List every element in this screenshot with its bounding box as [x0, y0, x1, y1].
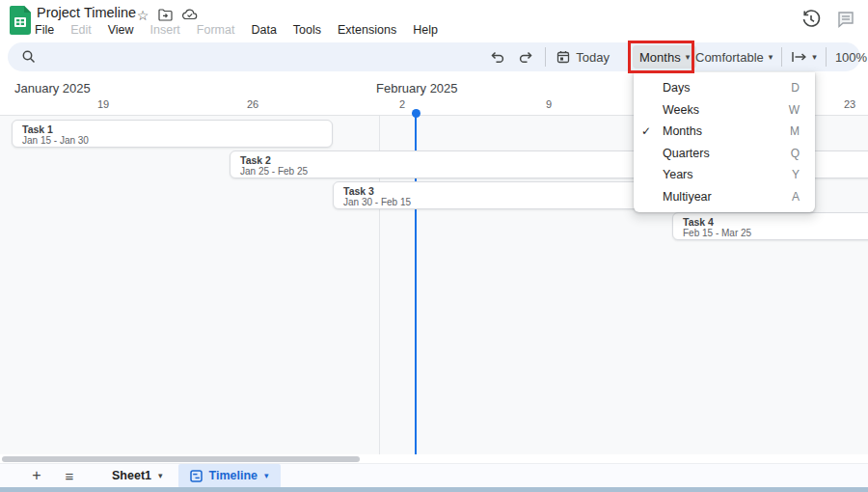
today-button[interactable]: Today	[556, 50, 610, 65]
version-history-icon[interactable]	[800, 9, 822, 30]
menu-item-weeks[interactable]: WeeksW	[634, 99, 815, 122]
menubar-file[interactable]: File	[35, 23, 54, 37]
menu-item-quarters[interactable]: QuartersQ	[634, 143, 815, 165]
week-tick-label: 23	[844, 98, 855, 110]
add-sheet-button[interactable]: +	[27, 467, 46, 484]
today-marker-dot	[412, 109, 420, 118]
chevron-down-icon: ▾	[158, 472, 163, 480]
comments-icon[interactable]	[835, 9, 856, 30]
menu-item-label: Days	[663, 81, 791, 95]
month-label: January 2025	[14, 81, 91, 96]
today-button-label: Today	[576, 50, 610, 65]
month-label: February 2025	[376, 81, 458, 96]
task-title: Task 3	[343, 185, 668, 197]
sheet-tab-label: Sheet1	[112, 469, 151, 482]
toolbar-view-group: Comfortable ▾ ▾ 100% ▾	[695, 42, 868, 71]
week-tick-label: 26	[247, 98, 258, 110]
granularity-dropdown-button[interactable]: Months ▾	[633, 45, 696, 68]
menubar-data[interactable]: Data	[251, 23, 276, 37]
menu-item-days[interactable]: DaysD	[634, 77, 815, 99]
toolbar-divider	[781, 47, 782, 67]
menu-item-shortcut: A	[792, 190, 800, 204]
zoom-level-label: 100%	[835, 50, 867, 65]
top-bar: Project Timeline ☆ FileEditViewInsertFor…	[0, 0, 868, 42]
sheet-tab-label: Timeline	[209, 469, 258, 482]
week-tick-label: 19	[97, 98, 109, 110]
menubar-help[interactable]: Help	[413, 23, 438, 37]
density-dropdown-button[interactable]: Comfortable ▾	[695, 50, 773, 65]
fit-width-button[interactable]: ▾	[791, 50, 817, 64]
task-title: Task 4	[683, 216, 864, 228]
menubar-format: Format	[197, 23, 235, 37]
menubar: FileEditViewInsertFormatDataToolsExtensi…	[35, 21, 438, 39]
menu-item-shortcut: M	[790, 124, 800, 138]
task-title: Task 1	[22, 123, 322, 135]
density-dropdown-label: Comfortable	[695, 50, 764, 65]
menubar-extensions[interactable]: Extensions	[338, 23, 396, 37]
spreadsheet-app: Project Timeline ☆ FileEditViewInsertFor…	[0, 0, 868, 492]
toolbar-divider	[545, 47, 546, 67]
search-icon[interactable]	[21, 49, 37, 65]
granularity-dropdown-label: Months	[639, 50, 681, 65]
sheet-tab-sheet1[interactable]: Sheet1 ▾	[104, 464, 171, 488]
menu-item-label: Months	[663, 124, 790, 138]
redo-icon[interactable]	[517, 48, 534, 66]
zoom-dropdown-button[interactable]: 100% ▾	[835, 50, 868, 65]
menubar-tools[interactable]: Tools	[293, 23, 321, 37]
menu-item-years[interactable]: YearsY	[634, 164, 815, 186]
menu-item-multiyear[interactable]: MultiyearA	[634, 186, 815, 208]
task-card[interactable]: Task 3Jan 30 - Feb 15	[333, 181, 679, 209]
chevron-down-icon: ▾	[264, 472, 269, 480]
menu-item-label: Years	[663, 168, 792, 181]
menu-item-shortcut: Y	[792, 168, 800, 181]
menubar-insert: Insert	[150, 23, 180, 37]
toolbar: Today Months ▾ Comfortable ▾ ▾ 100% ▾	[8, 42, 860, 71]
menu-item-shortcut: W	[789, 103, 800, 117]
undo-icon[interactable]	[489, 48, 506, 66]
horizontal-scrollbar-thumb[interactable]	[2, 456, 360, 462]
task-card[interactable]: Task 1Jan 15 - Jan 30	[12, 120, 333, 148]
menu-item-label: Weeks	[663, 103, 789, 117]
fit-width-icon	[791, 50, 807, 64]
task-dates: Feb 15 - Mar 25	[683, 228, 864, 239]
document-title[interactable]: Project Timeline	[37, 5, 136, 20]
menu-item-shortcut: D	[791, 81, 800, 95]
chevron-down-icon: ▾	[769, 53, 773, 62]
task-dates: Jan 15 - Jan 30	[22, 135, 322, 147]
task-dates: Jan 30 - Feb 15	[343, 197, 668, 208]
task-card[interactable]: Task 4Feb 15 - Mar 25	[672, 212, 868, 240]
top-right-actions	[800, 9, 856, 30]
week-tick-label: 2	[399, 98, 405, 110]
menu-item-shortcut: Q	[791, 147, 800, 160]
check-icon: ✓	[641, 124, 663, 138]
bottom-edge-strip	[0, 487, 868, 492]
sheet-tab-bar: + ≡ Sheet1 ▾ Timeline ▾	[0, 463, 868, 487]
all-sheets-menu-icon[interactable]: ≡	[60, 468, 79, 484]
granularity-menu: DaysDWeeksW✓MonthsMQuartersQYearsYMultiy…	[634, 72, 815, 212]
sheets-logo-icon[interactable]	[10, 6, 31, 35]
menubar-edit: Edit	[70, 23, 92, 37]
toolbar-history-group: Today	[489, 42, 610, 71]
chevron-down-icon: ▾	[686, 53, 691, 62]
toolbar-divider	[826, 47, 827, 67]
week-tick-label: 9	[546, 98, 552, 110]
timeline-view-icon	[190, 470, 203, 482]
menu-item-months[interactable]: ✓MonthsM	[634, 121, 815, 143]
sheet-tab-timeline[interactable]: Timeline ▾	[178, 464, 281, 488]
menubar-view[interactable]: View	[108, 23, 134, 37]
menu-item-label: Multiyear	[663, 190, 792, 204]
horizontal-scrollbar-track[interactable]	[0, 454, 868, 463]
menu-item-label: Quarters	[663, 147, 791, 160]
calendar-today-icon	[556, 50, 570, 64]
chevron-down-icon: ▾	[812, 53, 817, 62]
